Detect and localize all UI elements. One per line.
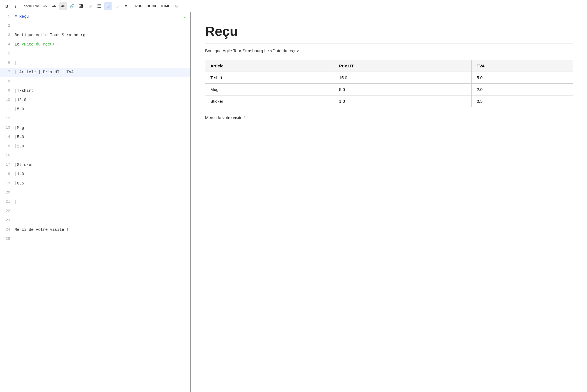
line-content: Merci de votre visite ! bbox=[15, 225, 190, 234]
bold-button[interactable]: B bbox=[3, 2, 11, 10]
table-cell: Sticker bbox=[205, 95, 334, 107]
editor-line[interactable]: 8 bbox=[0, 77, 190, 86]
editor-line[interactable]: 1= Reçu✓ bbox=[0, 12, 190, 22]
line-content: |=== bbox=[15, 198, 190, 206]
editor-line[interactable]: 2 bbox=[0, 22, 190, 31]
table-grid-button[interactable]: ⊞ bbox=[173, 2, 181, 10]
table-cell: 1.0 bbox=[334, 95, 472, 107]
toggle-title-button[interactable]: Toggle Title bbox=[21, 2, 40, 10]
toolbar: B I Toggle Title <> ab Ab 🔗 🖼 ⊞ ☰ ⊟ ⊡ ≡ … bbox=[0, 0, 587, 12]
line-content: |T-shirt bbox=[15, 86, 190, 95]
editor-line[interactable]: 5 bbox=[0, 49, 190, 59]
strikethrough-button[interactable]: ab bbox=[50, 2, 58, 10]
editor-line[interactable]: 23 bbox=[0, 216, 190, 225]
line-content bbox=[15, 235, 190, 239]
line-number: 4 bbox=[0, 40, 15, 46]
code-button[interactable]: <> bbox=[41, 2, 49, 10]
line-number: 15 bbox=[0, 142, 15, 148]
line-number: 7 bbox=[0, 68, 15, 74]
editor-line[interactable]: 24Merci de votre visite ! bbox=[0, 225, 190, 235]
italic-button[interactable]: I bbox=[12, 2, 20, 10]
table-cell: 0.5 bbox=[472, 95, 573, 107]
hlines-token: === bbox=[17, 200, 24, 204]
line-number: 13 bbox=[0, 124, 15, 130]
line-content bbox=[15, 114, 190, 118]
editor-line[interactable]: 9|T-shirt bbox=[0, 86, 190, 96]
line-content: |5.0 bbox=[15, 105, 190, 113]
line-content bbox=[15, 216, 190, 220]
editor-line[interactable]: 6|=== bbox=[0, 59, 190, 68]
pipe-token: | bbox=[15, 88, 17, 93]
list-button[interactable]: ☰ bbox=[95, 2, 103, 10]
editor-line[interactable]: 10|15.0 bbox=[0, 96, 190, 105]
editor-line[interactable]: 12 bbox=[0, 114, 190, 124]
line-number: 18 bbox=[0, 170, 15, 176]
line-number: 24 bbox=[0, 225, 15, 232]
editor-line[interactable]: 22 bbox=[0, 207, 190, 216]
preview-table: ArticlePrix HTTVA T-shirt15.05.0Mug5.02.… bbox=[205, 60, 573, 107]
line-content bbox=[15, 188, 190, 192]
docx-export-button[interactable]: DOCX bbox=[145, 2, 158, 10]
editor-line[interactable]: 20 bbox=[0, 188, 190, 198]
table-cell: Mug bbox=[205, 84, 334, 95]
editor-line[interactable]: 7| Article | Prix HT | TVA bbox=[0, 68, 190, 77]
line-number: 10 bbox=[0, 96, 15, 102]
line-content: |1.0 bbox=[15, 170, 190, 178]
line-number: 3 bbox=[0, 31, 15, 37]
line-number: 2 bbox=[0, 22, 15, 28]
editor-line[interactable]: 16 bbox=[0, 151, 190, 161]
pdf-export-button[interactable]: PDF bbox=[134, 2, 144, 10]
editor-line[interactable]: 18|1.0 bbox=[0, 170, 190, 179]
pipe-token: | bbox=[15, 98, 17, 102]
line-number: 11 bbox=[0, 105, 15, 111]
editor-line[interactable]: 13|Mug bbox=[0, 124, 190, 133]
editor-line[interactable]: 11|5.0 bbox=[0, 105, 190, 114]
media-button[interactable]: ⊡ bbox=[113, 2, 121, 10]
image-button[interactable]: 🖼 bbox=[77, 2, 85, 10]
line-content: | Article | Prix HT | TVA bbox=[15, 68, 190, 76]
editor-panel[interactable]: 1= Reçu✓23Boutique Agile Tour Strasbourg… bbox=[0, 12, 191, 392]
pipe-token: | bbox=[62, 70, 64, 74]
table-row: Sticker1.00.5 bbox=[205, 95, 573, 107]
html-export-button[interactable]: HTML bbox=[159, 2, 172, 10]
line-content: Le <Date du reçu> bbox=[15, 40, 190, 49]
editor-line[interactable]: 14|5.0 bbox=[0, 133, 190, 142]
line-content bbox=[15, 22, 190, 26]
table-cell: T-shirt bbox=[205, 72, 334, 84]
pipe-token: | bbox=[15, 163, 17, 167]
editor-line[interactable]: 21|=== bbox=[0, 198, 190, 207]
table-cell: 15.0 bbox=[334, 72, 472, 84]
editor-line[interactable]: 15|2.0 bbox=[0, 142, 190, 151]
line-content: |5.0 bbox=[15, 133, 190, 141]
editor-line[interactable]: 4Le <Date du reçu> bbox=[0, 40, 190, 49]
table-cell: 2.0 bbox=[472, 84, 573, 95]
placeholder-token: <Date du reçu> bbox=[22, 42, 55, 47]
table-header-cell: Prix HT bbox=[334, 60, 472, 72]
preview-panel: Reçu Boutique Agile Tour Strasbourg Le <… bbox=[191, 12, 587, 392]
line-content bbox=[15, 151, 190, 155]
table-row: T-shirt15.05.0 bbox=[205, 72, 573, 84]
align-button[interactable]: ≡ bbox=[122, 2, 130, 10]
heading-equals-token: = bbox=[15, 14, 17, 19]
table-body: T-shirt15.05.0Mug5.02.0Sticker1.00.5 bbox=[205, 72, 573, 107]
table-row: Mug5.02.0 bbox=[205, 84, 573, 95]
line-content: |2.0 bbox=[15, 142, 190, 151]
editor-line[interactable]: 3Boutique Agile Tour Strasbourg bbox=[0, 31, 190, 40]
toggle-list-button[interactable]: ⊟ bbox=[104, 2, 112, 10]
line-content: |=== bbox=[15, 59, 190, 67]
main-container: 1= Reçu✓23Boutique Agile Tour Strasbourg… bbox=[0, 12, 587, 392]
line-check-icon: ✓ bbox=[184, 14, 187, 20]
line-content: = Reçu bbox=[15, 12, 190, 21]
table-cell: 5.0 bbox=[334, 84, 472, 95]
editor-line[interactable]: 25 bbox=[0, 235, 190, 244]
highlight-button[interactable]: Ab bbox=[59, 2, 67, 10]
editor-line[interactable]: 17|Sticker bbox=[0, 161, 190, 170]
line-content: |15.0 bbox=[15, 96, 190, 104]
preview-title: Reçu bbox=[205, 24, 573, 44]
editor-line[interactable]: 19|0.5 bbox=[0, 179, 190, 188]
line-content: |Sticker bbox=[15, 161, 190, 169]
pipe-token: | bbox=[15, 172, 17, 176]
link-button[interactable]: 🔗 bbox=[68, 2, 76, 10]
table-header-row: ArticlePrix HTTVA bbox=[205, 60, 573, 72]
table-insert-button[interactable]: ⊞ bbox=[86, 2, 94, 10]
